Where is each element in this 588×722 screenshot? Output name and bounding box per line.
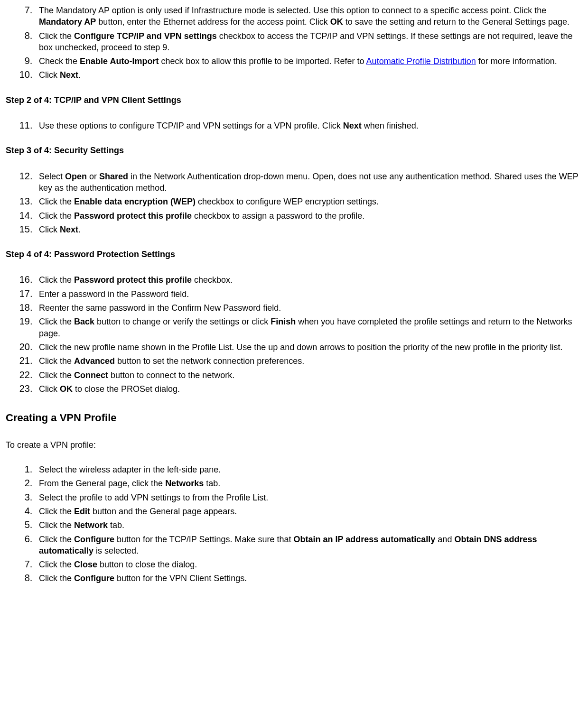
bold-text: Next xyxy=(60,225,78,234)
bold-text: Networks xyxy=(165,479,204,488)
bold-text: Password protect this profile xyxy=(74,275,192,285)
bold-text: Enable data encryption (WEP) xyxy=(74,197,196,206)
list-item: Click the Enable data encryption (WEP) c… xyxy=(35,195,582,207)
list-item: Reenter the same password in the Confirm… xyxy=(35,301,582,314)
step-4-heading: Step 4 of 4: Password Protection Setting… xyxy=(6,249,582,260)
bold-text: Edit xyxy=(74,507,90,516)
list-item: Click the Configure TCP/IP and VPN setti… xyxy=(35,29,582,54)
list-item: Click the Configure button for the TCP/I… xyxy=(35,533,582,557)
list-item: Click the Edit button and the General pa… xyxy=(35,505,582,517)
instruction-list-2: Use these options to configure TCP/IP an… xyxy=(6,119,582,131)
list-item: Click the Connect button to connect to t… xyxy=(35,369,582,381)
list-item: From the General page, click the Network… xyxy=(35,477,582,489)
list-item: The Mandatory AP option is only used if … xyxy=(35,4,582,28)
list-item: Select the wireless adapter in the left-… xyxy=(35,463,582,475)
bold-text: Password protect this profile xyxy=(74,211,192,221)
bold-text: Configure xyxy=(74,574,114,583)
step-3-heading: Step 3 of 4: Security Settings xyxy=(6,145,582,156)
bold-text: OK xyxy=(330,17,343,27)
list-item: Click the Back button to change or verif… xyxy=(35,315,582,339)
list-item: Click the Password protect this profile … xyxy=(35,273,582,286)
list-item: Click the Close button to close the dial… xyxy=(35,558,582,570)
bold-text: Finish xyxy=(271,317,296,326)
link[interactable]: Automatic Profile Distribution xyxy=(366,56,476,66)
list-item: Select Open or Shared in the Network Aut… xyxy=(35,170,582,194)
instruction-list-1: The Mandatory AP option is only used if … xyxy=(6,4,582,81)
bold-text: Next xyxy=(60,70,78,80)
bold-text: Configure xyxy=(74,535,114,544)
creating-vpn-profile-heading: Creating a VPN Profile xyxy=(6,411,582,425)
list-item: Check the Enable Auto-Import check box t… xyxy=(35,55,582,67)
list-item: Select the profile to add VPN settings t… xyxy=(35,491,582,503)
bold-text: Shared xyxy=(99,172,128,181)
list-item: Click the Network tab. xyxy=(35,518,582,531)
bold-text: OK xyxy=(60,384,73,394)
list-item: Enter a password in the Password field. xyxy=(35,287,582,300)
bold-text: Open xyxy=(65,172,87,181)
instruction-list-4: Click the Password protect this profile … xyxy=(6,273,582,395)
instruction-list-3: Select Open or Shared in the Network Aut… xyxy=(6,170,582,235)
bold-text: Network xyxy=(74,520,108,530)
list-item: Click the Advanced button to set the net… xyxy=(35,354,582,367)
bold-text: Back xyxy=(74,317,94,326)
list-item: Click Next. xyxy=(35,68,582,81)
bold-text: Mandatory AP xyxy=(39,17,96,27)
bold-text: Obtain an IP address automatically xyxy=(294,535,436,544)
bold-text: Next xyxy=(343,121,362,130)
bold-text: Advanced xyxy=(74,356,115,366)
intro-text: To create a VPN profile: xyxy=(6,439,582,451)
bold-text: Connect xyxy=(74,370,108,380)
list-item: Click the Password protect this profile … xyxy=(35,209,582,222)
step-2-heading: Step 2 of 4: TCP/IP and VPN Client Setti… xyxy=(6,94,582,106)
list-item: Click Next. xyxy=(35,223,582,235)
bold-text: Configure TCP/IP and VPN settings xyxy=(74,31,217,41)
list-item: Click the new profile name shown in the … xyxy=(35,341,582,353)
instruction-list-5: Select the wireless adapter in the left-… xyxy=(6,463,582,584)
list-item: Click OK to close the PROSet dialog. xyxy=(35,382,582,395)
list-item: Click the Configure button for the VPN C… xyxy=(35,572,582,584)
bold-text: Close xyxy=(74,560,97,569)
bold-text: Enable Auto-Import xyxy=(80,56,159,66)
list-item: Use these options to configure TCP/IP an… xyxy=(35,119,582,131)
